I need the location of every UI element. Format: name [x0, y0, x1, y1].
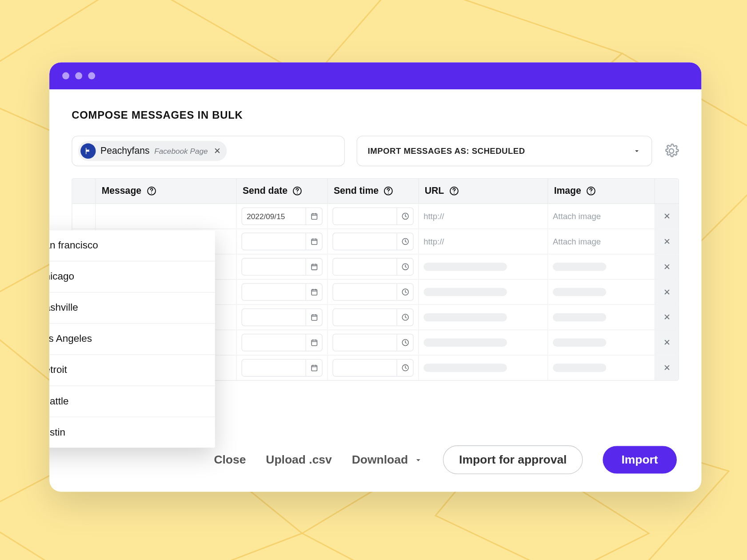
time-input[interactable] [332, 308, 413, 326]
url-cell[interactable] [419, 356, 548, 380]
image-cell[interactable] [548, 254, 655, 279]
account-chip[interactable]: Peachyfans Facebook Page ✕ [78, 141, 227, 161]
image-cell[interactable] [548, 330, 655, 355]
window-dot [75, 72, 82, 80]
calendar-icon[interactable] [305, 208, 322, 224]
calendar-icon[interactable] [305, 334, 322, 351]
image-cell[interactable]: Attach image [548, 229, 655, 254]
calendar-icon[interactable] [305, 233, 322, 250]
clock-icon[interactable] [396, 233, 413, 250]
send-time-cell[interactable] [328, 305, 419, 330]
time-value [333, 284, 397, 300]
autocomplete-item[interactable]: Seattle [49, 386, 215, 417]
table-row: 2022/09/15http://Attach image✕ [72, 204, 679, 229]
clock-icon[interactable] [396, 208, 413, 224]
import-button[interactable]: Import [603, 446, 677, 473]
th-actions [655, 179, 679, 204]
date-input[interactable] [241, 258, 322, 276]
flag-icon [80, 144, 96, 159]
date-input[interactable]: 2022/09/15 [241, 208, 322, 225]
message-cell[interactable] [96, 204, 236, 229]
url-cell[interactable] [419, 280, 548, 304]
help-icon[interactable] [146, 186, 157, 196]
import-approval-button[interactable]: Import for approval [443, 445, 583, 474]
help-icon[interactable] [383, 186, 394, 196]
send-time-cell[interactable] [328, 229, 419, 254]
help-icon[interactable] [449, 186, 459, 196]
close-button[interactable]: Close [214, 453, 246, 466]
date-input[interactable] [241, 233, 322, 251]
autocomplete-item[interactable]: Austin [49, 417, 215, 448]
help-icon[interactable] [292, 186, 303, 196]
clock-icon[interactable] [396, 309, 413, 325]
chevron-down-icon [414, 455, 423, 464]
time-input[interactable] [332, 359, 413, 377]
send-date-cell[interactable] [237, 330, 328, 355]
skeleton-placeholder [553, 338, 606, 347]
calendar-icon[interactable] [305, 259, 322, 275]
time-input[interactable] [332, 334, 413, 352]
calendar-icon[interactable] [305, 284, 322, 300]
delete-row-button[interactable]: ✕ [655, 204, 679, 229]
send-date-cell[interactable] [237, 305, 328, 330]
svg-rect-10 [311, 264, 316, 270]
send-time-cell[interactable] [328, 356, 419, 380]
date-input[interactable] [241, 334, 322, 352]
delete-row-button[interactable]: ✕ [655, 330, 679, 355]
url-cell[interactable] [419, 254, 548, 279]
import-mode-select[interactable]: IMPORT MESSAGES AS: SCHEDULED [356, 136, 652, 166]
time-input[interactable] [332, 233, 413, 251]
upload-csv-button[interactable]: Upload .csv [266, 453, 332, 466]
url-cell[interactable] [419, 305, 548, 330]
autocomplete-item[interactable]: Los Angeles [49, 324, 215, 355]
download-button[interactable]: Download [352, 453, 423, 466]
calendar-icon[interactable] [305, 309, 322, 325]
delete-row-button[interactable]: ✕ [655, 254, 679, 279]
url-cell[interactable]: http:// [419, 229, 548, 254]
autocomplete-item[interactable]: Detroit [49, 355, 215, 386]
clock-icon[interactable] [396, 259, 413, 275]
delete-row-button[interactable]: ✕ [655, 280, 679, 304]
send-date-cell[interactable] [237, 280, 328, 304]
date-value [242, 233, 306, 250]
clock-icon[interactable] [396, 334, 413, 351]
delete-row-button[interactable]: ✕ [655, 229, 679, 254]
clock-icon[interactable] [396, 360, 413, 376]
date-input[interactable] [241, 359, 322, 377]
send-time-cell[interactable] [328, 254, 419, 279]
svg-rect-18 [311, 365, 316, 371]
send-time-cell[interactable] [328, 330, 419, 355]
send-time-cell[interactable] [328, 280, 419, 304]
autocomplete-item[interactable]: Chicago [49, 261, 215, 292]
autocomplete-item[interactable]: San francisco [49, 230, 215, 261]
send-time-cell[interactable] [328, 204, 419, 229]
delete-row-button[interactable]: ✕ [655, 356, 679, 380]
gear-icon[interactable] [664, 144, 679, 159]
time-value [333, 259, 397, 275]
help-icon[interactable] [586, 186, 596, 196]
th-send-date: Send date [237, 179, 328, 204]
send-date-cell[interactable] [237, 229, 328, 254]
date-value [242, 259, 306, 275]
url-cell[interactable] [419, 330, 548, 355]
remove-account-icon[interactable]: ✕ [214, 146, 221, 156]
time-input[interactable] [332, 283, 413, 301]
time-input[interactable] [332, 258, 413, 276]
url-cell[interactable]: http:// [419, 204, 548, 229]
date-input[interactable] [241, 308, 322, 326]
send-date-cell[interactable]: 2022/09/15 [237, 204, 328, 229]
date-input[interactable] [241, 283, 322, 301]
account-selector[interactable]: Peachyfans Facebook Page ✕ [72, 136, 345, 166]
time-input[interactable] [332, 208, 413, 225]
image-cell[interactable] [548, 356, 655, 380]
calendar-icon[interactable] [305, 360, 322, 376]
send-date-cell[interactable] [237, 356, 328, 380]
autocomplete-item[interactable]: Nashville [49, 292, 215, 324]
delete-row-button[interactable]: ✕ [655, 305, 679, 330]
send-date-cell[interactable] [237, 254, 328, 279]
image-cell[interactable]: Attach image [548, 204, 655, 229]
image-cell[interactable] [548, 305, 655, 330]
clock-icon[interactable] [396, 284, 413, 300]
window-titlebar [49, 62, 701, 89]
image-cell[interactable] [548, 280, 655, 304]
